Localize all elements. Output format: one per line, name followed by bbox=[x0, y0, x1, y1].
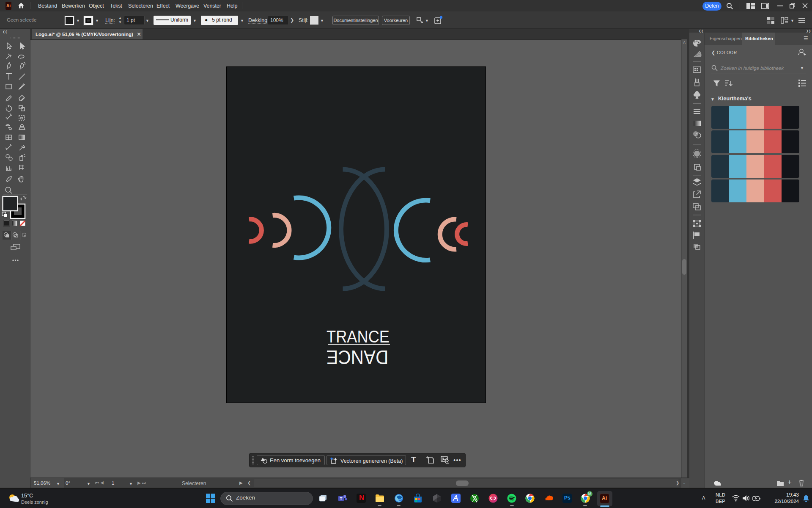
svg-text:TRANCE: TRANCE bbox=[326, 326, 390, 346]
svg-text:DANCE: DANCE bbox=[326, 346, 388, 368]
